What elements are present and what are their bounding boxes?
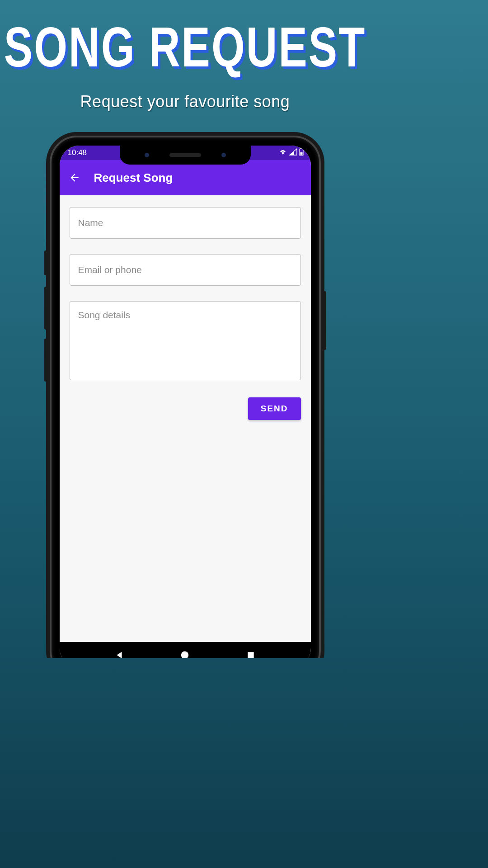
signal-icon <box>289 148 297 158</box>
promo-title: SONG REQUEST <box>0 15 370 80</box>
phone-notch <box>120 146 251 165</box>
front-sensor-icon <box>221 153 226 157</box>
request-form: SEND <box>60 195 311 432</box>
contact-input[interactable] <box>70 254 301 286</box>
back-button[interactable] <box>68 171 81 184</box>
nav-back-button[interactable] <box>113 649 125 658</box>
phone-screen: 10:48 Request Song <box>60 146 311 658</box>
triangle-back-icon <box>114 650 124 658</box>
status-time: 10:48 <box>68 148 87 157</box>
phone-power-button <box>322 291 326 350</box>
nav-recent-button[interactable] <box>245 649 257 658</box>
song-details-input[interactable] <box>70 301 301 380</box>
front-camera-icon <box>145 153 149 157</box>
send-button[interactable]: SEND <box>248 397 301 420</box>
wifi-icon <box>278 148 287 158</box>
phone-volume-down <box>44 339 49 382</box>
battery-icon <box>299 148 304 158</box>
square-recent-icon <box>246 651 255 658</box>
android-nav-bar <box>60 642 311 658</box>
phone-speaker <box>169 153 201 157</box>
phone-mute-switch <box>44 250 49 275</box>
name-input[interactable] <box>70 207 301 239</box>
nav-home-button[interactable] <box>179 649 191 658</box>
app-bar: Request Song <box>60 160 311 195</box>
svg-rect-4 <box>248 652 253 658</box>
svg-rect-1 <box>300 148 302 149</box>
svg-rect-2 <box>300 152 302 155</box>
phone-frame: 10:48 Request Song <box>50 136 321 658</box>
app-bar-title: Request Song <box>94 171 173 185</box>
circle-home-icon <box>180 650 190 658</box>
svg-point-3 <box>181 651 189 658</box>
phone-volume-up <box>44 287 49 330</box>
promo-subtitle: Request your favourite song <box>0 92 370 111</box>
arrow-left-icon <box>69 172 80 184</box>
